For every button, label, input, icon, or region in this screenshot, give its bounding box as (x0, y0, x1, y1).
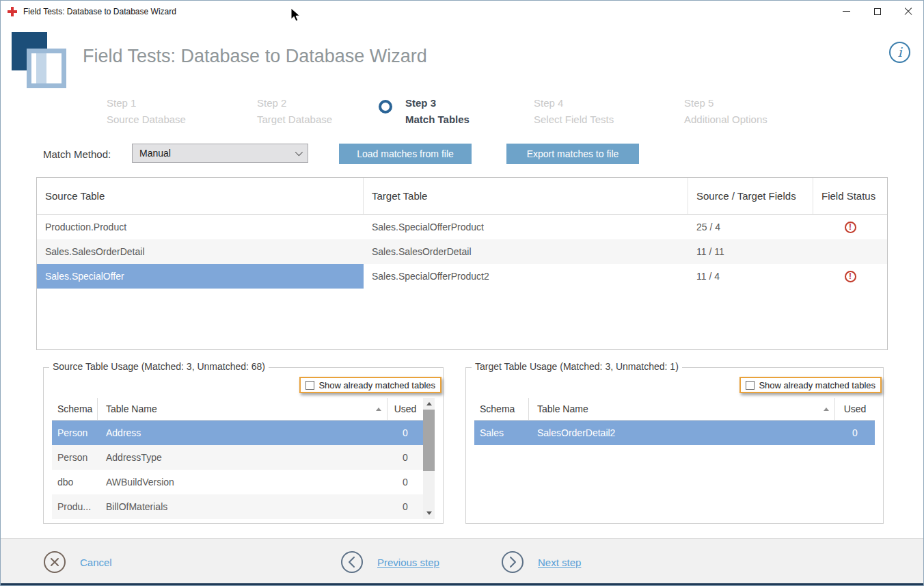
column-header-used[interactable]: Used (835, 398, 875, 421)
column-header-table-name[interactable]: Table Name (98, 398, 388, 421)
match-method-value: Manual (139, 148, 295, 159)
checkbox-icon (305, 381, 314, 390)
step-2-target-database: Step 2 Target Database (257, 95, 332, 128)
table-row[interactable]: Sales.SalesOrderDetail Sales.SalesOrderD… (37, 239, 887, 264)
scroll-down-button[interactable] (423, 507, 435, 519)
window-title: Field Tests: Database to Database Wizard (23, 7, 176, 16)
target-table-cell[interactable]: Sales.SpecialOfferProduct (364, 215, 688, 239)
target-usage-title: Target Table Usage (Matched: 3, Unmatche… (472, 361, 682, 372)
schema-cell[interactable]: Sales (474, 421, 529, 445)
previous-step-button[interactable]: Previous step (340, 550, 439, 574)
step-label: Match Tables (405, 111, 470, 128)
source-table-cell[interactable]: Sales.SalesOrderDetail (37, 239, 364, 264)
app-red-cross-icon (7, 6, 18, 17)
load-matches-button[interactable]: Load matches from file (339, 144, 472, 164)
info-icon[interactable]: i (889, 42, 910, 63)
source-table-cell[interactable]: Production.Product (37, 215, 364, 239)
column-header-table-name[interactable]: Table Name (529, 398, 835, 421)
active-step-ring-icon (379, 100, 392, 114)
match-method-select[interactable]: Manual (132, 144, 308, 163)
close-button[interactable] (893, 1, 923, 22)
title-bar: Field Tests: Database to Database Wizard (1, 1, 923, 22)
table-name-cell[interactable]: Address (98, 421, 388, 445)
used-cell[interactable]: 0 (388, 494, 423, 519)
chevron-right-circle-icon (501, 550, 524, 574)
schema-cell[interactable]: Produ... (52, 494, 98, 519)
table-row[interactable]: Production.Product Sales.SpecialOfferPro… (37, 215, 887, 239)
used-cell[interactable]: 0 (388, 470, 423, 494)
window-controls (831, 1, 923, 22)
target-table-cell[interactable]: Sales.SpecialOfferProduct2 (364, 264, 688, 289)
scroll-down-icon (426, 511, 432, 515)
source-show-matched-checkbox[interactable]: Show already matched tables (299, 377, 441, 393)
next-step-button[interactable]: Next step (501, 550, 581, 574)
source-usage-table: Schema Table Name Used Person Address 0 … (52, 398, 435, 519)
step-label: Additional Options (684, 111, 767, 128)
chevron-left-circle-icon (340, 550, 364, 574)
fields-count-cell: 25 / 4 (688, 215, 813, 239)
target-usage-table: Schema Table Name Used Sales SalesOrderD… (474, 398, 875, 445)
target-table-cell[interactable]: Sales.SalesOrderDetail (364, 239, 688, 264)
column-header-source-table: Source Table (37, 178, 364, 214)
target-show-matched-checkbox[interactable]: Show already matched tables (739, 377, 882, 393)
close-icon (904, 8, 912, 16)
x-circle-icon (43, 550, 66, 574)
match-method-label: Match Method: (43, 148, 111, 160)
source-table-cell-selected[interactable]: Sales.SpecialOffer (37, 264, 364, 289)
step-number: Step 1 (107, 95, 186, 111)
wizard-window: Field Tests: Database to Database Wizard… (0, 0, 924, 586)
next-step-label: Next step (538, 557, 581, 568)
used-cell[interactable]: 0 (388, 445, 423, 470)
table-name-cell[interactable]: SalesOrderDetail2 (529, 421, 835, 445)
previous-step-label: Previous step (377, 557, 439, 568)
sort-ascending-icon (376, 408, 381, 411)
target-table-usage-group: Target Table Usage (Matched: 3, Unmatche… (465, 367, 884, 524)
maximize-button[interactable] (862, 1, 893, 22)
checkbox-icon (746, 381, 755, 390)
table-name-cell[interactable]: AWBuildVersion (98, 470, 388, 494)
checkbox-label: Show already matched tables (759, 380, 875, 390)
field-status-error-icon (845, 222, 856, 233)
schema-cell[interactable]: dbo (52, 470, 98, 494)
source-usage-title: Source Table Usage (Matched: 3, Unmatche… (49, 361, 269, 372)
field-status-error-icon (845, 271, 856, 282)
maximize-icon (874, 8, 881, 15)
step-number: Step 2 (257, 95, 332, 111)
app-logo (12, 31, 68, 88)
schema-cell[interactable]: Person (52, 445, 98, 470)
sort-ascending-icon (824, 408, 829, 411)
fields-count-cell: 11 / 4 (688, 264, 813, 289)
fields-count-cell: 11 / 11 (688, 239, 813, 264)
scroll-up-button[interactable] (423, 398, 435, 410)
scroll-up-icon (426, 402, 432, 405)
used-cell[interactable]: 0 (388, 421, 423, 445)
vertical-scrollbar[interactable] (423, 398, 435, 519)
page-title: Field Tests: Database to Database Wizard (83, 46, 427, 67)
column-header-schema[interactable]: Schema (474, 398, 529, 421)
table-name-cell[interactable]: BillOfMaterials (98, 494, 388, 519)
minimize-button[interactable] (831, 1, 862, 22)
step-label: Target Database (257, 111, 332, 128)
source-table-usage-group: Source Table Usage (Matched: 3, Unmatche… (43, 367, 444, 524)
cancel-button[interactable]: Cancel (43, 550, 112, 574)
column-header-field-status: Field Status (813, 178, 887, 214)
step-1-source-database: Step 1 Source Database (107, 95, 186, 128)
step-4-select-field-tests: Step 4 Select Field Tests (534, 95, 614, 128)
chevron-down-icon (295, 148, 303, 156)
column-header-target-table: Target Table (364, 178, 688, 214)
footer-bar: Cancel Previous step Next step (1, 538, 923, 585)
step-3-match-tables-active: Step 3 Match Tables (379, 95, 470, 128)
column-header-source-target-fields: Source / Target Fields (688, 178, 813, 214)
checkbox-label: Show already matched tables (318, 380, 435, 390)
schema-cell[interactable]: Person (52, 421, 98, 445)
column-header-schema[interactable]: Schema (52, 398, 98, 421)
column-header-used[interactable]: Used (388, 398, 423, 421)
step-label: Select Field Tests (534, 111, 614, 128)
scrollbar-thumb[interactable] (423, 410, 435, 471)
export-matches-button[interactable]: Export matches to file (506, 144, 639, 164)
table-name-cell[interactable]: AddressType (98, 445, 388, 470)
used-cell[interactable]: 0 (835, 421, 875, 445)
minimize-icon (843, 11, 850, 12)
step-number: Step 3 (405, 95, 470, 111)
table-row-selected[interactable]: Sales.SpecialOffer Sales.SpecialOfferPro… (37, 264, 887, 289)
